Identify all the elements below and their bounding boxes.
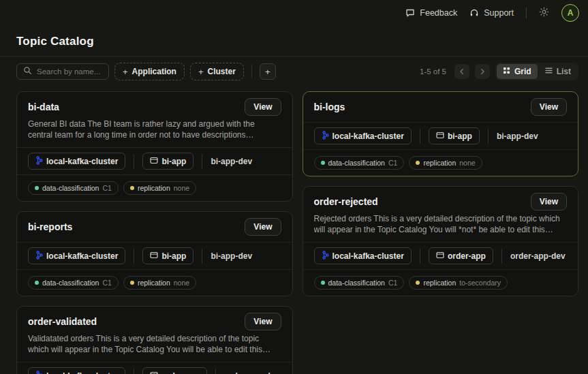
toolbar-right: 1-5 of 5 (420, 63, 578, 80)
tag-divider (420, 129, 420, 144)
grid-view-button[interactable]: Grid (497, 64, 538, 79)
topic-description: Rejected orders This is a very detailed … (314, 214, 568, 235)
topic-name: bi-reports (28, 218, 72, 236)
add-filter-button[interactable]: + (260, 63, 276, 80)
label-dot-icon (416, 161, 420, 165)
application-tag[interactable]: bi-app (142, 153, 194, 170)
application-tag[interactable]: order-app (142, 367, 207, 374)
user-avatar[interactable]: A (561, 4, 579, 22)
cluster-tag[interactable]: local-kafka-cluster (314, 127, 412, 144)
label-chip[interactable]: replicationto-secondary (409, 276, 508, 290)
cluster-tag[interactable]: local-kafka-cluster (314, 247, 412, 264)
label-chip[interactable]: data-classificationC1 (28, 181, 119, 195)
label-chip[interactable]: replicationnone (123, 276, 196, 290)
application-tag[interactable]: bi-app (142, 247, 194, 264)
application-tag-label: bi-app (448, 131, 472, 141)
topic-card[interactable]: bi-reports View local-kafka-cluster (16, 211, 293, 296)
environment-tag[interactable]: bi-app-dev (497, 131, 538, 141)
add-application-filter-button[interactable]: + Application (114, 63, 185, 80)
cluster-tag-label: local-kafka-cluster (332, 251, 404, 261)
tag-divider (134, 369, 134, 374)
cluster-tag-label: local-kafka-cluster (332, 131, 404, 141)
view-button[interactable]: View (531, 193, 567, 211)
label-key: replication (423, 159, 456, 167)
label-chip[interactable]: data-classificationC1 (314, 156, 405, 170)
search-box[interactable] (16, 63, 109, 80)
topic-name: order-rejected (314, 193, 378, 211)
plus-icon: + (123, 67, 128, 76)
environment-tag[interactable]: order-app-dev (224, 371, 279, 374)
application-tag-label: order-app (161, 371, 200, 374)
plus-icon: + (198, 67, 204, 76)
topic-name: order-validated (28, 313, 97, 330)
view-button[interactable]: View (245, 218, 281, 236)
next-page-button[interactable] (475, 64, 490, 79)
grid-icon (503, 67, 510, 76)
cluster-tag-label: local-kafka-cluster (46, 157, 118, 166)
card-tags-row: local-kafka-cluster order-app order-app-… (17, 362, 292, 374)
feedback-button[interactable]: Feedback (405, 8, 457, 18)
cards-column-right: bi-logs View local-kafka-cluster (303, 91, 579, 296)
sun-icon (539, 7, 549, 19)
kafka-icon (322, 251, 329, 262)
application-tag-label: bi-app (161, 251, 186, 261)
card-header: order-rejected View (303, 187, 578, 217)
application-tag[interactable]: bi-app (429, 127, 480, 144)
label-value: none (174, 279, 189, 287)
environment-tag[interactable]: bi-app-dev (211, 157, 252, 166)
tag-divider (215, 369, 216, 374)
application-tag-label: bi-app (161, 157, 186, 166)
label-dot-icon (321, 281, 325, 285)
label-key: replication (423, 279, 456, 287)
application-window-icon (150, 371, 158, 374)
top-bar: Feedback Support A (0, 0, 588, 26)
chevron-right-icon (479, 67, 486, 77)
tag-divider (420, 249, 420, 264)
support-headset-icon (469, 8, 479, 18)
grid-view-label: Grid (514, 67, 531, 76)
view-button[interactable]: View (531, 98, 567, 116)
toolbar: + Application + Cluster + 1-5 of 5 (0, 57, 588, 87)
label-chip[interactable]: replicationnone (409, 156, 482, 170)
label-value: C1 (388, 279, 397, 287)
card-tags-row: local-kafka-cluster bi-app bi-app-dev (303, 122, 578, 149)
label-dot-icon (416, 281, 420, 285)
view-button[interactable]: View (245, 98, 281, 116)
label-key: data-classification (42, 279, 99, 287)
topic-card[interactable]: order-validated View Validatated orders … (16, 306, 293, 374)
list-view-button[interactable]: List (539, 64, 577, 79)
topic-card-grid: bi-data View General BI data The BI team… (0, 87, 588, 374)
card-labels-row: data-classificationC1replicationnone (17, 174, 292, 201)
application-filter-label: Application (132, 67, 176, 76)
topic-card[interactable]: bi-logs View local-kafka-cluster (303, 91, 579, 176)
label-key: data-classification (42, 184, 99, 192)
topbar-divider (526, 7, 527, 18)
cluster-filter-label: Cluster (208, 67, 236, 76)
previous-page-button[interactable] (454, 64, 469, 79)
application-tag[interactable]: order-app (429, 247, 493, 264)
support-label: Support (484, 8, 514, 18)
topic-card[interactable]: order-rejected View Rejected orders This… (303, 186, 579, 296)
view-button[interactable]: View (245, 313, 281, 330)
cluster-tag-label: local-kafka-cluster (46, 371, 118, 374)
cluster-tag[interactable]: local-kafka-cluster (28, 153, 125, 170)
page-title: Topic Catalog (16, 35, 572, 48)
topic-card[interactable]: bi-data View General BI data The BI team… (16, 91, 293, 202)
add-cluster-filter-button[interactable]: + Cluster (190, 63, 244, 80)
cluster-tag[interactable]: local-kafka-cluster (28, 367, 125, 374)
cluster-tag[interactable]: local-kafka-cluster (28, 247, 125, 264)
label-chip[interactable]: data-classificationC1 (314, 276, 405, 290)
theme-toggle-button[interactable] (539, 7, 549, 19)
environment-tag[interactable]: order-app-dev (510, 251, 566, 261)
application-window-icon (436, 131, 444, 141)
environment-tag[interactable]: bi-app-dev (211, 251, 252, 261)
support-button[interactable]: Support (469, 8, 514, 18)
label-chip[interactable]: replicationnone (123, 181, 196, 195)
tag-divider (488, 129, 489, 144)
list-icon (545, 67, 553, 76)
topic-name: bi-data (28, 98, 59, 116)
tag-divider (202, 154, 202, 169)
card-tags-row: local-kafka-cluster bi-app bi-app-dev (17, 147, 292, 174)
label-chip[interactable]: data-classificationC1 (28, 276, 119, 290)
search-input[interactable] (37, 67, 102, 76)
